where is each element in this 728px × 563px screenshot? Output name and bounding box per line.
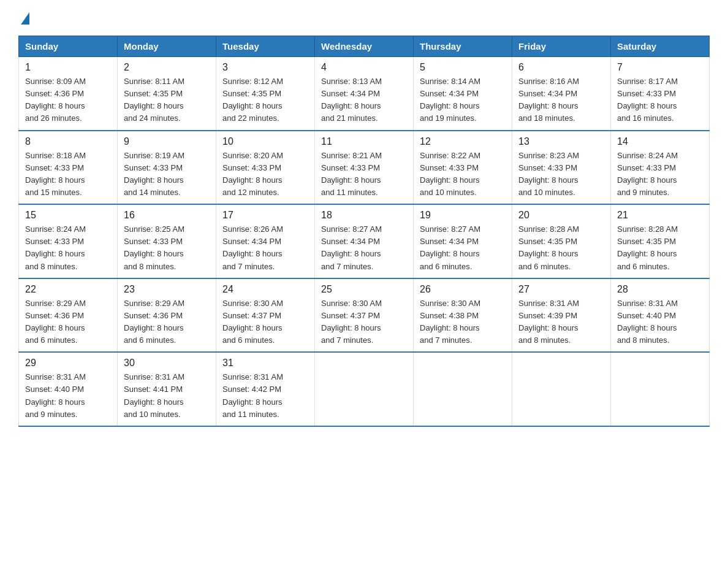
- day-info: Sunrise: 8:09 AMSunset: 4:36 PMDaylight:…: [25, 77, 86, 123]
- calendar-body: 1 Sunrise: 8:09 AMSunset: 4:36 PMDayligh…: [19, 57, 710, 426]
- calendar-cell: 25 Sunrise: 8:30 AMSunset: 4:37 PMDaylig…: [315, 278, 414, 353]
- day-number: 21: [617, 210, 703, 221]
- calendar-cell: 3 Sunrise: 8:12 AMSunset: 4:35 PMDayligh…: [216, 57, 315, 131]
- calendar-cell: 9 Sunrise: 8:19 AMSunset: 4:33 PMDayligh…: [118, 131, 216, 205]
- day-number: 29: [25, 358, 111, 369]
- calendar-cell: 22 Sunrise: 8:29 AMSunset: 4:36 PMDaylig…: [19, 278, 118, 353]
- calendar-cell: 5 Sunrise: 8:14 AMSunset: 4:34 PMDayligh…: [414, 57, 512, 131]
- day-number: 22: [25, 284, 111, 295]
- day-info: Sunrise: 8:22 AMSunset: 4:33 PMDaylight:…: [420, 151, 480, 197]
- day-number: 6: [518, 62, 604, 73]
- day-info: Sunrise: 8:21 AMSunset: 4:33 PMDaylight:…: [321, 151, 382, 197]
- day-number: 25: [321, 284, 407, 295]
- day-number: 20: [518, 210, 604, 221]
- calendar-cell: [414, 352, 512, 426]
- day-number: 4: [321, 62, 407, 73]
- day-number: 16: [124, 210, 210, 221]
- day-number: 26: [420, 284, 506, 295]
- week-row-5: 29 Sunrise: 8:31 AMSunset: 4:40 PMDaylig…: [19, 352, 710, 426]
- day-info: Sunrise: 8:27 AMSunset: 4:34 PMDaylight:…: [321, 224, 382, 270]
- day-number: 10: [222, 136, 308, 147]
- day-number: 24: [222, 284, 308, 295]
- calendar-cell: 12 Sunrise: 8:22 AMSunset: 4:33 PMDaylig…: [414, 131, 512, 205]
- day-number: 3: [222, 62, 308, 73]
- day-info: Sunrise: 8:29 AMSunset: 4:36 PMDaylight:…: [25, 299, 86, 345]
- calendar-cell: 2 Sunrise: 8:11 AMSunset: 4:35 PMDayligh…: [118, 57, 216, 131]
- calendar-cell: 24 Sunrise: 8:30 AMSunset: 4:37 PMDaylig…: [216, 278, 315, 353]
- day-number: 9: [124, 136, 210, 147]
- calendar-cell: 6 Sunrise: 8:16 AMSunset: 4:34 PMDayligh…: [512, 57, 611, 131]
- calendar-cell: 27 Sunrise: 8:31 AMSunset: 4:39 PMDaylig…: [512, 278, 611, 353]
- day-number: 18: [321, 210, 407, 221]
- day-number: 30: [124, 358, 210, 369]
- day-number: 2: [124, 62, 210, 73]
- calendar-cell: 16 Sunrise: 8:25 AMSunset: 4:33 PMDaylig…: [118, 204, 216, 278]
- calendar-cell: 11 Sunrise: 8:21 AMSunset: 4:33 PMDaylig…: [315, 131, 414, 205]
- day-info: Sunrise: 8:25 AMSunset: 4:33 PMDaylight:…: [124, 224, 184, 270]
- calendar-cell: 31 Sunrise: 8:31 AMSunset: 4:42 PMDaylig…: [216, 352, 315, 426]
- day-info: Sunrise: 8:24 AMSunset: 4:33 PMDaylight:…: [25, 224, 86, 270]
- day-number: 23: [124, 284, 210, 295]
- day-info: Sunrise: 8:28 AMSunset: 4:35 PMDaylight:…: [518, 224, 579, 270]
- day-info: Sunrise: 8:24 AMSunset: 4:33 PMDaylight:…: [617, 151, 678, 197]
- day-number: 8: [25, 136, 111, 147]
- day-info: Sunrise: 8:14 AMSunset: 4:34 PMDaylight:…: [420, 77, 480, 123]
- calendar-cell: 29 Sunrise: 8:31 AMSunset: 4:40 PMDaylig…: [19, 352, 118, 426]
- day-info: Sunrise: 8:18 AMSunset: 4:33 PMDaylight:…: [25, 151, 86, 197]
- day-info: Sunrise: 8:28 AMSunset: 4:35 PMDaylight:…: [617, 224, 678, 270]
- day-info: Sunrise: 8:23 AMSunset: 4:33 PMDaylight:…: [518, 151, 579, 197]
- day-info: Sunrise: 8:17 AMSunset: 4:33 PMDaylight:…: [617, 77, 678, 123]
- header-monday: Monday: [118, 36, 216, 57]
- day-info: Sunrise: 8:31 AMSunset: 4:40 PMDaylight:…: [617, 299, 678, 345]
- day-info: Sunrise: 8:31 AMSunset: 4:39 PMDaylight:…: [518, 299, 579, 345]
- day-number: 5: [420, 62, 506, 73]
- week-row-3: 15 Sunrise: 8:24 AMSunset: 4:33 PMDaylig…: [19, 204, 710, 278]
- day-number: 17: [222, 210, 308, 221]
- day-info: Sunrise: 8:19 AMSunset: 4:33 PMDaylight:…: [124, 151, 184, 197]
- calendar-cell: [315, 352, 414, 426]
- week-row-1: 1 Sunrise: 8:09 AMSunset: 4:36 PMDayligh…: [19, 57, 710, 131]
- calendar-cell: 15 Sunrise: 8:24 AMSunset: 4:33 PMDaylig…: [19, 204, 118, 278]
- calendar-cell: [512, 352, 611, 426]
- day-number: 19: [420, 210, 506, 221]
- logo: [18, 12, 31, 25]
- calendar-cell: 28 Sunrise: 8:31 AMSunset: 4:40 PMDaylig…: [611, 278, 710, 353]
- day-number: 13: [518, 136, 604, 147]
- header-sunday: Sunday: [19, 36, 118, 57]
- calendar-cell: 23 Sunrise: 8:29 AMSunset: 4:36 PMDaylig…: [118, 278, 216, 353]
- day-number: 14: [617, 136, 703, 147]
- day-number: 27: [518, 284, 604, 295]
- calendar-cell: [611, 352, 710, 426]
- day-number: 12: [420, 136, 506, 147]
- header-thursday: Thursday: [414, 36, 512, 57]
- calendar-cell: 7 Sunrise: 8:17 AMSunset: 4:33 PMDayligh…: [611, 57, 710, 131]
- day-info: Sunrise: 8:30 AMSunset: 4:38 PMDaylight:…: [420, 299, 480, 345]
- day-info: Sunrise: 8:16 AMSunset: 4:34 PMDaylight:…: [518, 77, 579, 123]
- day-number: 31: [222, 358, 308, 369]
- header-wednesday: Wednesday: [315, 36, 414, 57]
- day-info: Sunrise: 8:30 AMSunset: 4:37 PMDaylight:…: [222, 299, 283, 345]
- week-row-4: 22 Sunrise: 8:29 AMSunset: 4:36 PMDaylig…: [19, 278, 710, 353]
- day-number: 28: [617, 284, 703, 295]
- calendar-cell: 21 Sunrise: 8:28 AMSunset: 4:35 PMDaylig…: [611, 204, 710, 278]
- day-info: Sunrise: 8:26 AMSunset: 4:34 PMDaylight:…: [222, 224, 283, 270]
- calendar-cell: 18 Sunrise: 8:27 AMSunset: 4:34 PMDaylig…: [315, 204, 414, 278]
- day-number: 1: [25, 62, 111, 73]
- calendar-cell: 13 Sunrise: 8:23 AMSunset: 4:33 PMDaylig…: [512, 131, 611, 205]
- header-tuesday: Tuesday: [216, 36, 315, 57]
- day-info: Sunrise: 8:20 AMSunset: 4:33 PMDaylight:…: [222, 151, 283, 197]
- header-row: SundayMondayTuesdayWednesdayThursdayFrid…: [19, 36, 710, 57]
- calendar-cell: 17 Sunrise: 8:26 AMSunset: 4:34 PMDaylig…: [216, 204, 315, 278]
- calendar-cell: 20 Sunrise: 8:28 AMSunset: 4:35 PMDaylig…: [512, 204, 611, 278]
- day-info: Sunrise: 8:29 AMSunset: 4:36 PMDaylight:…: [124, 299, 184, 345]
- header-saturday: Saturday: [611, 36, 710, 57]
- calendar-cell: 8 Sunrise: 8:18 AMSunset: 4:33 PMDayligh…: [19, 131, 118, 205]
- day-number: 11: [321, 136, 407, 147]
- day-info: Sunrise: 8:11 AMSunset: 4:35 PMDaylight:…: [124, 77, 184, 123]
- calendar-cell: 1 Sunrise: 8:09 AMSunset: 4:36 PMDayligh…: [19, 57, 118, 131]
- day-number: 7: [617, 62, 703, 73]
- calendar-cell: 4 Sunrise: 8:13 AMSunset: 4:34 PMDayligh…: [315, 57, 414, 131]
- header-friday: Friday: [512, 36, 611, 57]
- page-header: [18, 12, 710, 25]
- day-number: 15: [25, 210, 111, 221]
